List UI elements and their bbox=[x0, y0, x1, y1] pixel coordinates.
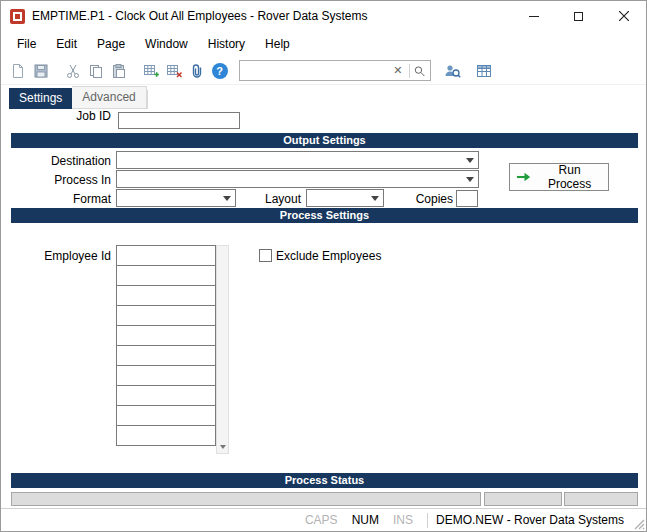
user-search-icon bbox=[443, 63, 461, 79]
save-button[interactable] bbox=[29, 59, 52, 82]
destination-label: Destination bbox=[1, 154, 111, 168]
search-input[interactable] bbox=[244, 63, 389, 79]
format-label: Format bbox=[1, 192, 111, 206]
process-in-label: Process In bbox=[1, 173, 111, 187]
employee-id-input[interactable] bbox=[116, 245, 216, 266]
employee-id-input[interactable] bbox=[116, 345, 216, 366]
scroll-down-button[interactable] bbox=[217, 440, 228, 453]
grid-delete-button[interactable] bbox=[162, 59, 185, 82]
menu-help[interactable]: Help bbox=[255, 33, 300, 55]
process-status-bar-main bbox=[11, 492, 481, 506]
clear-search-icon[interactable]: ✕ bbox=[389, 64, 406, 77]
menu-edit[interactable]: Edit bbox=[46, 33, 87, 55]
search-box: ✕ bbox=[239, 60, 431, 81]
copy-icon bbox=[88, 63, 104, 79]
statusbar-divider bbox=[427, 513, 428, 528]
table-icon bbox=[476, 63, 492, 79]
grid-delete-icon bbox=[166, 63, 182, 79]
format-select[interactable] bbox=[116, 189, 236, 207]
new-button[interactable] bbox=[6, 59, 29, 82]
destination-select[interactable] bbox=[116, 151, 479, 169]
process-status-bar-secondary bbox=[484, 492, 562, 506]
form-content: Job ID Output Settings Destination Proce… bbox=[1, 109, 646, 508]
maximize-icon bbox=[574, 12, 583, 21]
section-header-output-settings: Output Settings bbox=[11, 133, 638, 148]
tab-advanced[interactable]: Advanced bbox=[72, 86, 146, 109]
employee-id-input[interactable] bbox=[116, 325, 216, 346]
job-id-label: Job ID bbox=[1, 109, 111, 123]
employee-id-label: Employee Id bbox=[1, 249, 111, 263]
section-header-process-status: Process Status bbox=[11, 473, 638, 488]
status-bar: CAPS NUM INS DEMO.NEW - Rover Data Syste… bbox=[1, 508, 646, 531]
menu-history[interactable]: History bbox=[198, 33, 255, 55]
tab-settings[interactable]: Settings bbox=[9, 88, 72, 109]
run-process-label: Run Process bbox=[537, 163, 602, 191]
grid-insert-button[interactable] bbox=[139, 59, 162, 82]
search-icon[interactable] bbox=[413, 64, 426, 78]
employee-id-input[interactable] bbox=[116, 385, 216, 406]
layout-label: Layout bbox=[241, 192, 301, 206]
menu-file[interactable]: File bbox=[7, 33, 46, 55]
search-divider bbox=[409, 64, 410, 78]
chevron-down-icon bbox=[367, 196, 383, 201]
app-icon bbox=[10, 9, 25, 24]
employee-id-input[interactable] bbox=[116, 285, 216, 306]
help-icon: ? bbox=[212, 63, 228, 79]
copies-input[interactable] bbox=[456, 190, 478, 207]
close-button[interactable] bbox=[601, 1, 646, 31]
run-arrow-icon bbox=[516, 171, 531, 183]
tab-strip-edge bbox=[147, 90, 148, 109]
paperclip-icon bbox=[189, 63, 205, 79]
section-header-process-settings: Process Settings bbox=[11, 208, 638, 223]
connection-info: DEMO.NEW - Rover Data Systems bbox=[436, 513, 624, 527]
employee-id-list bbox=[116, 245, 216, 446]
window-title: EMPTIME.P1 - Clock Out All Employees - R… bbox=[32, 9, 367, 23]
save-icon bbox=[33, 63, 49, 79]
process-status-bar-tertiary bbox=[564, 492, 638, 506]
menu-window[interactable]: Window bbox=[135, 33, 198, 55]
caps-lock-indicator: CAPS bbox=[305, 513, 338, 527]
app-window: EMPTIME.P1 - Clock Out All Employees - R… bbox=[0, 0, 647, 532]
attachment-button[interactable] bbox=[185, 59, 208, 82]
minimize-button[interactable] bbox=[511, 1, 556, 31]
copies-label: Copies bbox=[393, 192, 453, 206]
caption-buttons bbox=[511, 1, 646, 31]
paste-button[interactable] bbox=[107, 59, 130, 82]
employee-id-input[interactable] bbox=[116, 265, 216, 286]
lookup-user-button[interactable] bbox=[440, 59, 463, 82]
employee-id-input[interactable] bbox=[116, 425, 216, 446]
employee-id-input[interactable] bbox=[116, 405, 216, 426]
run-process-button[interactable]: Run Process bbox=[509, 163, 609, 191]
chevron-down-icon bbox=[220, 445, 226, 449]
tab-strip: Settings Advanced bbox=[9, 88, 646, 109]
title-bar: EMPTIME.P1 - Clock Out All Employees - R… bbox=[1, 1, 646, 31]
toolbar: ? ✕ bbox=[1, 57, 646, 85]
cut-icon bbox=[65, 63, 81, 79]
chevron-down-icon bbox=[219, 196, 235, 201]
employee-id-input[interactable] bbox=[116, 305, 216, 326]
layout-select[interactable] bbox=[306, 189, 384, 207]
process-in-select[interactable] bbox=[116, 170, 479, 188]
insert-mode-indicator: INS bbox=[393, 513, 413, 527]
employee-id-input[interactable] bbox=[116, 365, 216, 386]
menu-page[interactable]: Page bbox=[87, 33, 135, 55]
menu-bar: File Edit Page Window History Help bbox=[1, 31, 646, 57]
new-document-icon bbox=[10, 63, 26, 79]
exclude-employees-checkbox[interactable] bbox=[259, 249, 272, 262]
close-icon bbox=[619, 11, 629, 21]
minimize-icon bbox=[529, 16, 539, 17]
num-lock-indicator: NUM bbox=[352, 513, 379, 527]
resize-grip[interactable] bbox=[632, 517, 645, 530]
grid-view-button[interactable] bbox=[472, 59, 495, 82]
exclude-employees-label: Exclude Employees bbox=[276, 249, 381, 263]
employee-list-scrollbar[interactable] bbox=[216, 245, 229, 454]
paste-icon bbox=[111, 63, 127, 79]
grid-insert-icon bbox=[143, 63, 159, 79]
chevron-down-icon bbox=[462, 177, 478, 182]
maximize-button[interactable] bbox=[556, 1, 601, 31]
job-id-input[interactable] bbox=[118, 112, 240, 129]
chevron-down-icon bbox=[462, 158, 478, 163]
help-button[interactable]: ? bbox=[208, 59, 231, 82]
copy-button[interactable] bbox=[84, 59, 107, 82]
cut-button[interactable] bbox=[61, 59, 84, 82]
